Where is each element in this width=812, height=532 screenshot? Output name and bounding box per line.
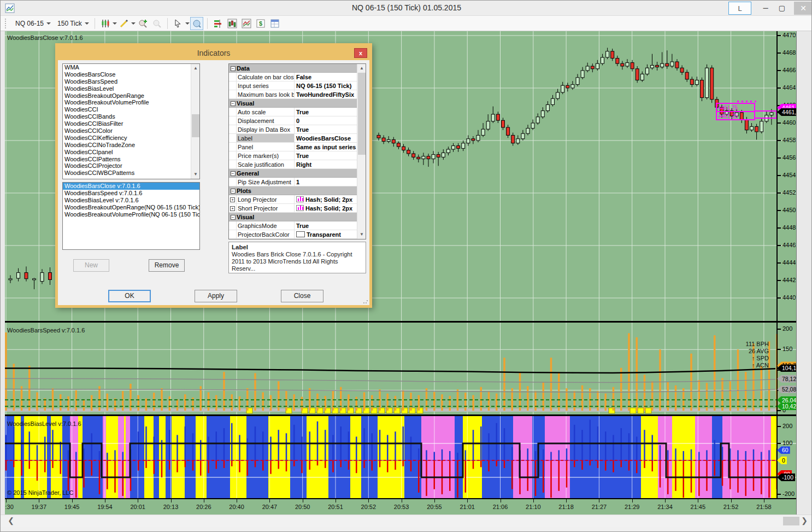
configured-indicators-list[interactable]: WoodiesBarsClose v:7.0.1.6WoodiesBarsSpe… xyxy=(62,182,200,250)
configured-indicator-item[interactable]: WoodiesBreakoutOpenRange(NQ 06-15 (150 T… xyxy=(63,204,199,211)
available-indicator-item[interactable]: WoodiesCCIPatterns xyxy=(63,156,199,163)
scroll-down-icon[interactable]: ▼ xyxy=(191,170,200,179)
data-box-button[interactable] xyxy=(190,17,203,30)
chevron-down-icon[interactable] xyxy=(113,22,117,25)
property-section-header[interactable]: −Visual xyxy=(229,213,358,221)
drawing-tools-button[interactable] xyxy=(117,17,131,30)
property-row[interactable]: Maximum bars look bTwoHundredFiftySix xyxy=(229,90,358,99)
property-row[interactable]: GraphicsModeTrue xyxy=(229,221,358,230)
property-value[interactable]: True xyxy=(295,221,358,230)
configured-indicator-item[interactable]: WoodiesBreakoutVolumeProfile(NQ 06-15 (1… xyxy=(63,211,199,218)
list-scrollbar[interactable]: ▲ ▼ xyxy=(191,64,199,179)
property-row[interactable]: Auto scaleTrue xyxy=(229,108,358,116)
account-data-button[interactable]: $ xyxy=(254,17,267,30)
collapse-icon[interactable]: − xyxy=(231,66,236,71)
property-row[interactable]: +Long ProjectorHash; Solid; 2px xyxy=(229,195,358,204)
scroll-left-icon[interactable]: ❮ xyxy=(5,515,17,527)
property-value[interactable]: NQ 06-15 (150 Tick) xyxy=(295,81,358,90)
property-section-header[interactable]: −Visual xyxy=(229,99,358,108)
available-indicator-item[interactable]: WoodiesCCIColor xyxy=(63,127,199,135)
resize-grip[interactable] xyxy=(363,299,368,304)
time-axis[interactable]: 19:3019:3719:4519:5420:0120:1320:2620:40… xyxy=(5,498,796,515)
cursor-tool-button[interactable] xyxy=(172,17,185,30)
property-row[interactable]: Input seriesNQ 06-15 (150 Tick) xyxy=(229,81,358,90)
link-button[interactable]: L xyxy=(728,2,751,15)
collapse-icon[interactable]: − xyxy=(231,101,236,106)
available-indicator-item[interactable]: WMA xyxy=(63,64,199,71)
property-value[interactable]: Transparent xyxy=(295,230,358,238)
property-value[interactable]: Hash; Solid; 2px xyxy=(295,204,358,212)
available-indicator-item[interactable]: WoodiesBreakoutOpenRange xyxy=(63,92,199,100)
chart-trader-button[interactable] xyxy=(240,17,253,30)
scroll-down-icon[interactable]: ▼ xyxy=(357,230,366,239)
scrollbar-thumb[interactable] xyxy=(783,517,799,525)
property-row[interactable]: LabelWoodiesBarsClose xyxy=(229,134,358,143)
zoom-in-button[interactable] xyxy=(136,17,149,30)
dialog-close-button[interactable]: x xyxy=(354,48,367,58)
configured-indicator-item[interactable]: WoodiesBiasLevel v:7.0.1.6 xyxy=(63,197,199,204)
minimize-button[interactable]: ─ xyxy=(758,2,773,15)
toolbar-grip[interactable] xyxy=(5,19,8,28)
collapse-icon[interactable]: − xyxy=(231,189,236,194)
available-indicator-item[interactable]: WoodiesCCI xyxy=(63,106,199,113)
expand-icon[interactable]: + xyxy=(230,197,235,202)
bias-panel[interactable] xyxy=(5,416,796,498)
available-indicator-item[interactable]: WoodiesCCIKefficiency xyxy=(63,135,199,142)
property-row[interactable]: Display in Data BoxTrue xyxy=(229,125,358,134)
interval-selector[interactable]: 150 Tick xyxy=(53,18,91,29)
available-indicator-item[interactable]: WoodiesCCINoTradeZone xyxy=(63,142,199,149)
available-indicator-item[interactable]: WoodiesCCIBands xyxy=(63,113,199,120)
new-button[interactable]: New xyxy=(73,259,109,272)
property-row[interactable]: Price marker(s)True xyxy=(229,151,358,160)
zoom-out-button[interactable] xyxy=(150,17,163,30)
chevron-down-icon[interactable] xyxy=(185,22,190,25)
grid-scrollbar[interactable]: ▲ ▼ xyxy=(357,64,366,239)
remove-button[interactable]: Remove xyxy=(149,259,185,272)
scrollbar-thumb[interactable] xyxy=(192,114,199,137)
scroll-right-icon[interactable]: ❯ xyxy=(798,515,810,527)
dialog-title-bar[interactable]: Indicators x xyxy=(58,46,369,60)
property-section-header[interactable]: −General xyxy=(229,169,358,178)
configured-indicator-item[interactable]: WoodiesBarsSpeed v:7.0.1.6 xyxy=(63,190,199,197)
indicators-button[interactable] xyxy=(226,17,239,30)
property-value[interactable]: True xyxy=(295,151,358,160)
property-value[interactable]: 1 xyxy=(295,178,358,186)
close-window-button[interactable]: ✕ xyxy=(794,2,812,15)
property-row[interactable]: +Short ProjectorHash; Solid; 2px xyxy=(229,204,358,213)
property-value[interactable]: 0 xyxy=(295,116,358,125)
ok-button[interactable]: OK xyxy=(108,290,151,302)
available-indicator-item[interactable]: WoodiesBreakoutVolumeProfile xyxy=(63,99,199,106)
property-value[interactable]: TwoHundredFiftySix xyxy=(295,90,358,98)
available-indicator-item[interactable]: WoodiesCCIBiasFilter xyxy=(63,120,199,127)
property-row[interactable]: Scale justificationRight xyxy=(229,160,358,169)
expand-icon[interactable]: + xyxy=(230,206,235,211)
available-indicator-item[interactable]: WoodiesBarsClose xyxy=(63,71,199,78)
property-row[interactable]: PanelSame as input series xyxy=(229,143,358,151)
data-grid-button[interactable] xyxy=(268,17,281,30)
apply-button[interactable]: Apply xyxy=(195,290,237,302)
close-button[interactable]: Close xyxy=(281,290,323,302)
property-row[interactable]: ProjectorBackColorTransparent xyxy=(229,230,358,239)
instrument-selector[interactable]: NQ 06-15 xyxy=(11,18,53,29)
scrollbar-thumb[interactable] xyxy=(358,73,366,155)
chart-style-button[interactable] xyxy=(99,17,112,30)
property-value[interactable]: WoodiesBarsClose xyxy=(295,134,358,142)
horizontal-scrollbar[interactable]: ❮ ❯ xyxy=(1,515,812,527)
property-row[interactable]: Calculate on bar closFalse xyxy=(229,73,358,81)
available-indicator-item[interactable]: WoodiesBiasLevel xyxy=(63,85,199,92)
available-indicator-item[interactable]: WoodiesCCIWBCPatterns xyxy=(63,169,199,177)
property-value[interactable]: False xyxy=(295,73,358,81)
property-section-header[interactable]: −Data xyxy=(229,64,358,73)
configured-indicator-item[interactable]: WoodiesBarsClose v:7.0.1.6 xyxy=(63,183,199,190)
available-indicator-item[interactable]: WoodiesCCIpanel xyxy=(63,149,199,156)
property-row[interactable]: Displacement0 xyxy=(229,116,358,125)
property-value[interactable]: Hash; Solid; 2px xyxy=(295,195,358,203)
maximize-button[interactable]: ▢ xyxy=(774,2,790,15)
property-value[interactable]: True xyxy=(295,125,358,133)
property-value[interactable]: Right xyxy=(295,160,358,168)
collapse-icon[interactable]: − xyxy=(231,215,236,220)
property-value[interactable]: True xyxy=(295,108,358,116)
property-section-header[interactable]: −Plots xyxy=(229,186,358,195)
property-value[interactable]: Same as input series xyxy=(295,143,358,151)
scroll-up-icon[interactable]: ▲ xyxy=(191,64,200,73)
